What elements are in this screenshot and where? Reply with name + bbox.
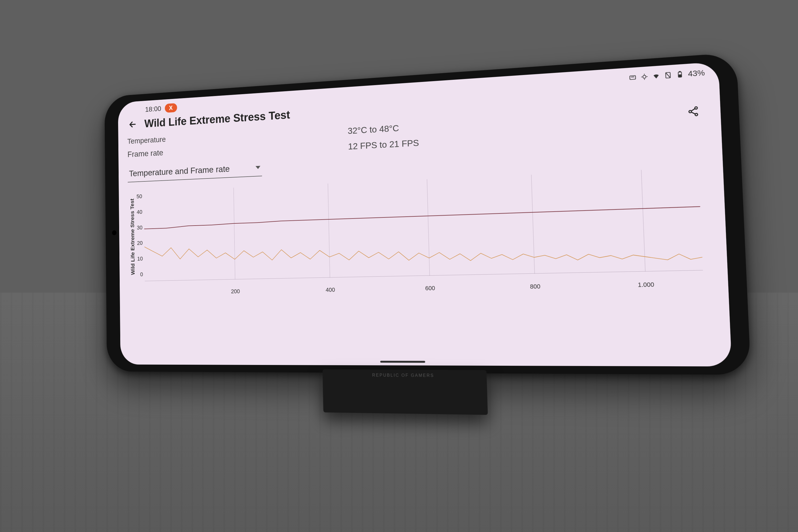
phone-frame: 18:00 X (104, 52, 751, 375)
svg-rect-0 (630, 76, 636, 79)
phone-screen: 18:00 X (118, 62, 732, 366)
battery-percent: 43% (688, 68, 705, 78)
svg-rect-4 (679, 71, 680, 72)
svg-rect-2 (666, 72, 670, 78)
svg-point-1 (643, 75, 646, 78)
chevron-down-icon (255, 166, 261, 169)
svg-line-12 (531, 175, 535, 274)
chart-plot[interactable]: 2004006008001.000 (144, 167, 703, 281)
headphone-icon (629, 74, 637, 81)
svg-rect-3 (678, 72, 682, 77)
phone-stand: REPUBLIC OF GAMERS (322, 369, 488, 415)
chart-y-axis-label: Wild Life Extreme Stress Test (128, 192, 137, 281)
chart: Wild Life Extreme Stress Test 5040302010… (128, 167, 715, 281)
svg-line-13 (641, 170, 645, 271)
svg-rect-5 (679, 75, 681, 77)
svg-line-14 (145, 270, 703, 281)
frame-rate-label: Frame rate (128, 145, 227, 159)
chart-mode-selected: Temperature and Frame rate (129, 164, 230, 178)
wifi-icon (652, 72, 660, 80)
gesture-bar[interactable] (380, 361, 425, 363)
vibrate-icon (641, 73, 648, 81)
svg-point-8 (695, 113, 698, 116)
status-time: 18:00 (145, 104, 161, 114)
back-button[interactable] (127, 118, 138, 131)
svg-line-11 (427, 179, 430, 276)
share-button[interactable] (687, 105, 700, 117)
battery-icon (676, 71, 684, 78)
svg-point-6 (695, 107, 698, 109)
no-sim-icon (664, 71, 672, 79)
chart-x-ticks: 2004006008001.000 (145, 280, 704, 290)
svg-line-10 (328, 184, 330, 278)
chart-mode-dropdown[interactable]: Temperature and Frame rate (128, 159, 262, 183)
svg-point-7 (689, 110, 691, 113)
svg-line-9 (234, 188, 235, 280)
app-badge-icon: X (165, 103, 177, 113)
stand-brand-text: REPUBLIC OF GAMERS (372, 373, 434, 378)
chart-y-ticks: 50403020100 (136, 193, 145, 278)
